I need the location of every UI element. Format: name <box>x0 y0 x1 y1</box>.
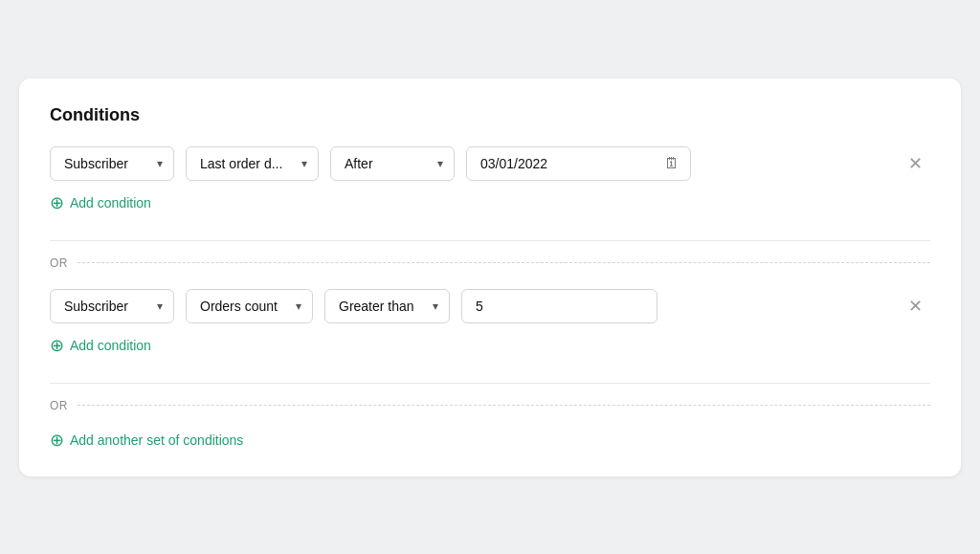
number-input-1[interactable] <box>461 289 657 323</box>
card-title: Conditions <box>50 105 930 125</box>
remove-condition-2-button[interactable]: ✕ <box>901 294 930 319</box>
field-select-wrap-2: Subscriber ▾ <box>50 289 174 323</box>
add-condition-2-button[interactable]: ⊕ Add condition <box>50 337 151 354</box>
condition-group-2: Subscriber ▾ Orders count ▾ Greater than… <box>50 289 930 379</box>
or-divider-1: OR <box>50 240 930 270</box>
condition-row-2: Subscriber ▾ Orders count ▾ Greater than… <box>50 289 930 323</box>
or-line-2 <box>78 405 930 406</box>
or-divider-2: OR <box>50 383 930 412</box>
field-select-1[interactable]: Subscriber <box>50 146 174 181</box>
condition-group-1: Subscriber ▾ Last order d... ▾ After Bef… <box>50 146 930 236</box>
add-another-set-button[interactable]: ⊕ Add another set of conditions <box>50 432 243 449</box>
operator-select-2[interactable]: Greater than Less than Equal to <box>324 289 450 323</box>
condition-select-wrap-1: Last order d... ▾ <box>186 146 319 181</box>
operator-select-wrap-1: After Before On ▾ <box>330 146 455 181</box>
add-condition-2-label: Add condition <box>70 338 151 353</box>
add-another-container: ⊕ Add another set of conditions <box>50 432 930 450</box>
plus-circle-icon-2: ⊕ <box>50 337 64 354</box>
condition-row-1: Subscriber ▾ Last order d... ▾ After Bef… <box>50 146 930 181</box>
date-input-1[interactable] <box>466 146 691 181</box>
condition-select-1[interactable]: Last order d... <box>186 146 319 181</box>
add-condition-1-button[interactable]: ⊕ Add condition <box>50 194 151 211</box>
close-icon-1: ✕ <box>908 154 923 173</box>
field-select-2[interactable]: Subscriber <box>50 289 174 323</box>
operator-select-1[interactable]: After Before On <box>330 146 455 181</box>
or-line-1 <box>78 262 930 263</box>
or-label-2: OR <box>50 399 68 412</box>
or-label-1: OR <box>50 256 68 270</box>
operator-select-wrap-2: Greater than Less than Equal to ▾ <box>324 289 450 323</box>
condition-select-wrap-2: Orders count ▾ <box>186 289 313 323</box>
condition-select-2[interactable]: Orders count <box>186 289 313 323</box>
add-another-label: Add another set of conditions <box>70 432 243 448</box>
date-wrap-1: 🗓 <box>466 146 691 181</box>
field-select-wrap-1: Subscriber ▾ <box>50 146 174 181</box>
close-icon-2: ✕ <box>908 297 923 316</box>
plus-circle-icon-3: ⊕ <box>50 432 64 449</box>
plus-circle-icon-1: ⊕ <box>50 194 64 211</box>
conditions-card: Conditions Subscriber ▾ Last order d... … <box>19 78 961 476</box>
add-condition-1-label: Add condition <box>70 195 151 211</box>
remove-condition-1-button[interactable]: ✕ <box>901 151 930 176</box>
